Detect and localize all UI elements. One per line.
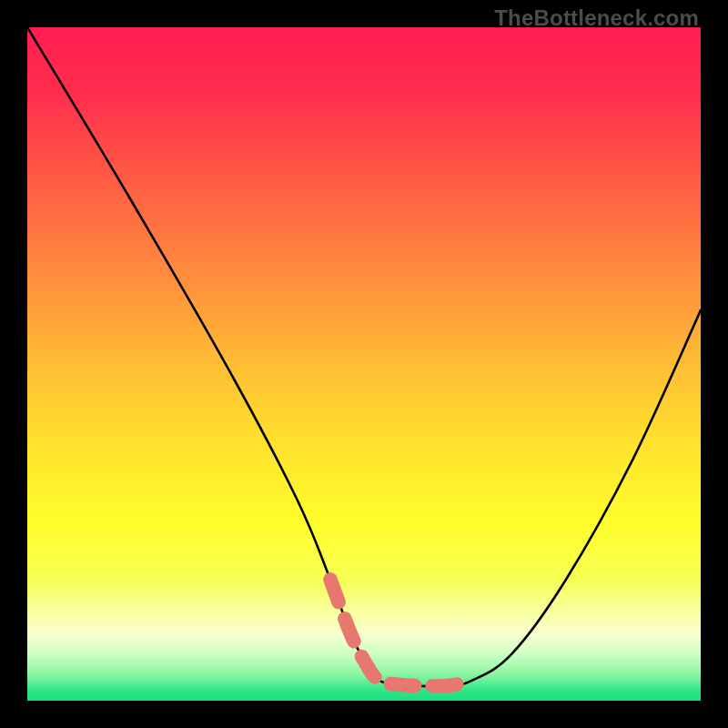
chart-frame: TheBottleneck.com <box>0 0 728 728</box>
bottleneck-curve <box>27 27 701 686</box>
plot-area <box>27 27 701 701</box>
optimal-zone-highlight <box>330 580 471 686</box>
chart-svg <box>27 27 701 701</box>
